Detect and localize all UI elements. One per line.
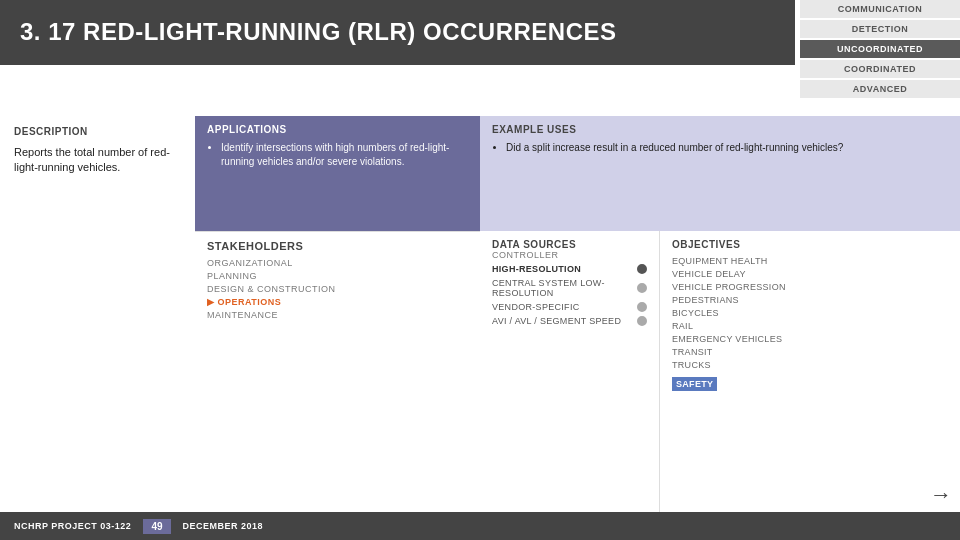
obj-equipment-health: EQUIPMENT HEALTH: [672, 256, 948, 266]
stakeholder-planning: PLANNING: [207, 271, 468, 281]
page-number: 49: [143, 519, 170, 534]
nchrp-label: NCHRP PROJECT 03-122: [14, 521, 131, 531]
example-use-item-0: Did a split increase result in a reduced…: [506, 141, 948, 155]
description-text: Reports the total number of red-light-ru…: [14, 145, 181, 176]
right-column: EXAMPLE USES Did a split increase result…: [480, 116, 960, 540]
ds-label-central: CENTRAL SYSTEM LOW-RESOLUTION: [492, 278, 633, 298]
example-uses-section: EXAMPLE USES Did a split increase result…: [480, 116, 960, 231]
main-content: DESCRIPTION Reports the total number of …: [0, 116, 960, 540]
application-item-0: Identify intersections with high numbers…: [221, 141, 468, 169]
ds-item-1: CENTRAL SYSTEM LOW-RESOLUTION: [492, 278, 647, 298]
description-column: DESCRIPTION Reports the total number of …: [0, 116, 195, 540]
nav-pills: COMMUNICATION DETECTION UNCOORDINATED CO…: [800, 0, 960, 100]
page-title: 3. 17 RED-LIGHT-RUNNING (RLR) OCCURRENCE…: [20, 18, 775, 47]
data-sources-section: DATA SOURCES CONTROLLER HIGH-RESOLUTION …: [480, 231, 660, 540]
data-sources-subtitle: CONTROLLER: [492, 250, 647, 260]
ds-dot-central: [637, 283, 647, 293]
objectives-section: OBJECTIVES EQUIPMENT HEALTH VEHICLE DELA…: [660, 231, 960, 540]
data-obj-row: DATA SOURCES CONTROLLER HIGH-RESOLUTION …: [480, 231, 960, 540]
stakeholder-organizational: ORGANIZATIONAL: [207, 258, 468, 268]
page-header: 3. 17 RED-LIGHT-RUNNING (RLR) OCCURRENCE…: [0, 0, 795, 65]
stakeholder-operations: OPERATIONS: [207, 297, 468, 307]
example-uses-label: EXAMPLE USES: [492, 124, 948, 135]
obj-vehicle-delay: VEHICLE DELAY: [672, 269, 948, 279]
obj-emergency: EMERGENCY VEHICLES: [672, 334, 948, 344]
obj-trucks: TRUCKS: [672, 360, 948, 370]
ds-item-0: HIGH-RESOLUTION: [492, 264, 647, 274]
obj-rail: RAIL: [672, 321, 948, 331]
ds-label-vendor: VENDOR-SPECIFIC: [492, 302, 633, 312]
next-arrow[interactable]: →: [930, 482, 952, 508]
applications-section: APPLICATIONS Identify intersections with…: [195, 116, 480, 231]
nav-pill-uncoordinated[interactable]: UNCOORDINATED: [800, 40, 960, 58]
description-label: DESCRIPTION: [14, 126, 181, 137]
nav-pill-advanced[interactable]: ADVANCED: [800, 80, 960, 98]
stakeholders-label: STAKEHOLDERS: [207, 240, 468, 252]
stakeholder-design: DESIGN & CONSTRUCTION: [207, 284, 468, 294]
ds-dot-vendor: [637, 302, 647, 312]
ds-dot-high-res: [637, 264, 647, 274]
nav-pill-coordinated[interactable]: COORDINATED: [800, 60, 960, 78]
obj-transit: TRANSIT: [672, 347, 948, 357]
ds-dot-avi: [637, 316, 647, 326]
ds-label-avi: AVI / AVL / SEGMENT SPEED: [492, 316, 633, 326]
applications-column: APPLICATIONS Identify intersections with…: [195, 116, 480, 540]
ds-item-2: VENDOR-SPECIFIC: [492, 302, 647, 312]
ds-label-high-res: HIGH-RESOLUTION: [492, 264, 633, 274]
applications-list: Identify intersections with high numbers…: [207, 141, 468, 169]
nav-pill-communication[interactable]: COMMUNICATION: [800, 0, 960, 18]
applications-label: APPLICATIONS: [207, 124, 468, 135]
ds-item-3: AVI / AVL / SEGMENT SPEED: [492, 316, 647, 326]
obj-bicycles: BICYCLES: [672, 308, 948, 318]
footer-date: DECEMBER 2018: [183, 521, 264, 531]
obj-safety: SAFETY: [672, 377, 717, 391]
objectives-title: OBJECTIVES: [672, 239, 948, 250]
stakeholder-maintenance: MAINTENANCE: [207, 310, 468, 320]
nav-pill-detection[interactable]: DETECTION: [800, 20, 960, 38]
stakeholders-section: STAKEHOLDERS ORGANIZATIONAL PLANNING DES…: [195, 231, 480, 540]
obj-pedestrians: PEDESTRIANS: [672, 295, 948, 305]
data-sources-title: DATA SOURCES: [492, 239, 647, 250]
obj-vehicle-progression: VEHICLE PROGRESSION: [672, 282, 948, 292]
example-uses-list: Did a split increase result in a reduced…: [492, 141, 948, 155]
footer-bar: NCHRP PROJECT 03-122 49 DECEMBER 2018: [0, 512, 960, 540]
